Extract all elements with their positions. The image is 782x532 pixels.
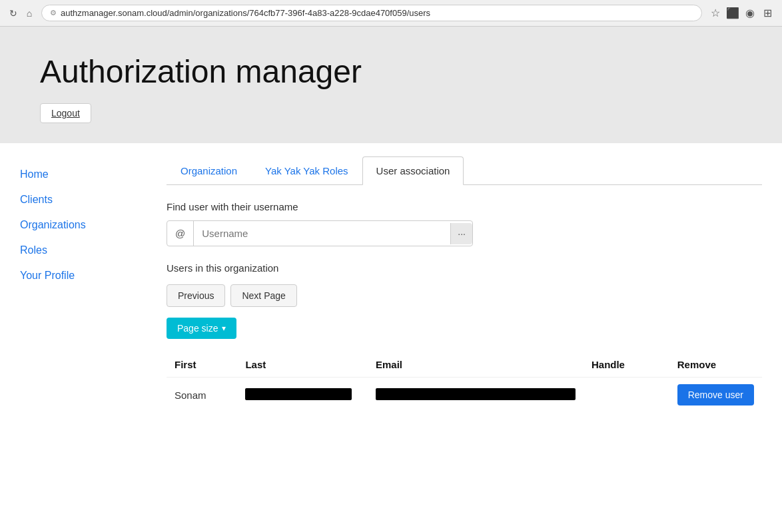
logout-button[interactable]: Logout <box>40 103 91 123</box>
cell-email <box>368 378 584 413</box>
home-button[interactable]: ⌂ <box>24 8 35 19</box>
next-page-button[interactable]: Next Page <box>230 284 296 307</box>
page-size-label: Page size <box>177 323 218 334</box>
page-size-arrow: ▾ <box>222 324 226 333</box>
sidebar-item-your-profile[interactable]: Your Profile <box>13 264 133 287</box>
extensions-button[interactable]: ⬛ <box>726 7 739 20</box>
redacted-email <box>376 388 576 400</box>
cell-handle <box>584 378 669 413</box>
lock-icon: ⚙ <box>50 9 57 17</box>
browser-controls: ↻ ⌂ <box>8 8 35 19</box>
col-header-last: Last <box>237 352 368 378</box>
tab-user-association[interactable]: User association <box>362 156 464 185</box>
browser-actions: ☆ ⬛ ◉ ⊞ <box>709 7 774 20</box>
col-header-email: Email <box>368 352 584 378</box>
col-header-first: First <box>167 352 237 378</box>
sidebar-item-roles[interactable]: Roles <box>13 239 133 262</box>
refresh-button[interactable]: ↻ <box>8 8 19 19</box>
address-bar[interactable]: ⚙ authzmanager.sonam.cloud/admin/organiz… <box>41 5 702 21</box>
sidebar: Home Clients Organizations Roles Your Pr… <box>0 143 147 476</box>
browser-chrome: ↻ ⌂ ⚙ authzmanager.sonam.cloud/admin/org… <box>0 0 782 27</box>
url-text: authzmanager.sonam.cloud/admin/organizat… <box>61 8 430 18</box>
users-section-label: Users in this organization <box>167 262 762 274</box>
username-input[interactable] <box>194 221 450 246</box>
tab-organization[interactable]: Organization <box>167 156 251 185</box>
sidebar-item-clients[interactable]: Clients <box>13 188 133 211</box>
find-user-label: Find user with their username <box>167 201 762 212</box>
remove-user-button[interactable]: Remove user <box>677 384 754 405</box>
star-button[interactable]: ☆ <box>709 7 722 20</box>
col-header-handle: Handle <box>584 352 669 378</box>
cell-remove: Remove user <box>669 378 762 413</box>
tab-yak-yak-roles[interactable]: Yak Yak Yak Roles <box>251 156 362 185</box>
app-title: Authorization manager <box>40 53 742 90</box>
cell-first: Sonam <box>167 378 237 413</box>
menu-button[interactable]: ⊞ <box>761 7 774 20</box>
col-header-remove: Remove <box>669 352 762 378</box>
username-input-row: @ ··· <box>167 220 473 246</box>
at-symbol: @ <box>167 221 194 246</box>
more-button[interactable]: ··· <box>450 223 472 244</box>
sidebar-item-organizations[interactable]: Organizations <box>13 214 133 236</box>
page-size-button[interactable]: Page size ▾ <box>167 318 236 339</box>
app-header: Authorization manager Logout <box>0 27 782 143</box>
redacted-last <box>245 388 352 400</box>
sidebar-item-home[interactable]: Home <box>13 163 133 186</box>
cell-last <box>237 378 368 413</box>
users-table: First Last Email Handle Remove Sonam <box>167 352 762 412</box>
content-area: Organization Yak Yak Yak Roles User asso… <box>147 143 782 476</box>
main-layout: Home Clients Organizations Roles Your Pr… <box>0 143 782 476</box>
tabs: Organization Yak Yak Yak Roles User asso… <box>167 156 762 185</box>
pagination-row: Previous Next Page <box>167 284 762 307</box>
profile-button[interactable]: ◉ <box>743 7 757 20</box>
table-row: Sonam Remove user <box>167 378 762 413</box>
table-header-row: First Last Email Handle Remove <box>167 352 762 378</box>
previous-button[interactable]: Previous <box>167 284 225 307</box>
